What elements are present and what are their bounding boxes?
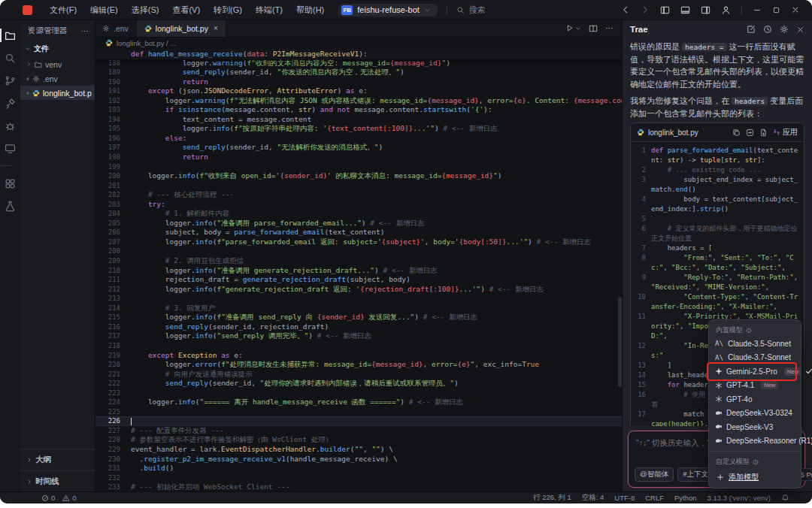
status-item[interactable]: CRLF — [645, 494, 664, 502]
errors-status[interactable]: 0 — [41, 494, 55, 502]
activity-source-control-icon[interactable] — [0, 69, 20, 92]
code-line-204[interactable]: 204 # 1. 解析邮件内容 — [95, 209, 623, 219]
copy-icon[interactable] — [732, 129, 741, 137]
code-line-205[interactable]: 205 logger.info("准备调用 parse_forwarded_em… — [95, 219, 623, 228]
code-line-233[interactable]: 233# --- 初始化并启动 WebSocket Client --- — [95, 482, 623, 492]
toggle-left-panel-icon[interactable] — [660, 5, 670, 15]
model-option-DeepSeek-V3[interactable]: DeepSeek-V3 — [709, 420, 801, 434]
menu-文件(F)[interactable]: 文件(F) — [43, 5, 83, 16]
minimize-button[interactable] — [753, 5, 762, 14]
menu-帮助(H)[interactable]: 帮助(H) — [289, 5, 331, 16]
code-line-202[interactable]: 202 # --- 核心处理流程 --- — [95, 190, 623, 200]
tab-longlink_bot.py[interactable]: longlink_bot.py× — [137, 20, 226, 37]
code-line-197[interactable]: 197 send_reply(sender_id, "无法解析你发送的消息格式。… — [95, 143, 623, 153]
code-line-190[interactable]: 190 return — [95, 77, 623, 87]
code-line-201[interactable]: 201 — [95, 181, 623, 191]
model-option-GPT-4.1[interactable]: GPT-4.1New — [709, 379, 801, 393]
code-line-195[interactable]: 195 logger.info(f"按原始字符串处理内容: '{text_con… — [95, 124, 623, 134]
code-line-210[interactable]: 210 logger.info("准备调用 generate_rejection… — [95, 266, 623, 276]
model-option-Gemini-2.5-Pro[interactable]: Gemini-2.5-ProNew — [709, 364, 801, 379]
code-line-212[interactable]: 212 logger.info(f"generate_rejection_dra… — [95, 285, 623, 295]
code-area[interactable]: def handle_message_receive(data: P2ImMes… — [95, 49, 623, 492]
model-option-GPT-4o[interactable]: GPT-4o — [709, 392, 801, 407]
add-model-button[interactable]: 添加模型 — [709, 468, 801, 484]
model-option-DeepSeek-V3-0324[interactable]: DeepSeek-V3-0324 — [709, 407, 801, 421]
status-item[interactable]: 3.13.3 ('venv': venv) — [707, 494, 771, 502]
settings-gear-icon[interactable] — [780, 25, 789, 34]
menu-转到(G)[interactable]: 转到(G) — [207, 5, 249, 16]
code-line-219[interactable]: 219 except Exception as e: — [95, 351, 623, 361]
outline-section[interactable]: 大纲 — [20, 449, 95, 470]
code-line-230[interactable]: 230 .register_p2_im_message_receive_v1(h… — [95, 455, 623, 464]
model-option-Claude-3.5-Sonnet[interactable]: A\Claude-3.5-Sonnet — [709, 337, 801, 351]
code-line-203[interactable]: 203 try: — [95, 200, 623, 210]
nav-forward-icon[interactable] — [641, 5, 650, 14]
model-option-DeepSeek-Reasoner (R1)[interactable]: DeepSeek-Reasoner (R1) — [709, 434, 801, 449]
file-item-venv[interactable]: venv — [20, 57, 95, 71]
split-editor-icon[interactable] — [589, 24, 598, 33]
code-line-226[interactable]: 226 — [95, 416, 623, 426]
explorer-more-icon[interactable] — [80, 27, 89, 35]
status-item[interactable]: 行 226, 列 1 — [533, 493, 571, 503]
account-icon[interactable] — [721, 5, 731, 15]
global-search[interactable]: 搜索 — [456, 5, 486, 16]
activity-test-icon[interactable] — [0, 195, 20, 217]
activity-remote-icon[interactable] — [0, 92, 20, 114]
tab-.env[interactable]: .env — [95, 20, 137, 37]
apply-button[interactable]: 应用 — [773, 127, 798, 138]
code-line-215[interactable]: 215 logger.info(f"准备调用 send_reply 向 {sen… — [95, 313, 623, 322]
code-line-214[interactable]: 214 # 3. 回复用户 — [95, 304, 623, 313]
close-tab-icon[interactable]: × — [214, 24, 218, 32]
editor-more-icon[interactable] — [605, 24, 614, 32]
new-chat-icon[interactable] — [747, 25, 756, 34]
menu-编辑(E)[interactable]: 编辑(E) — [83, 5, 125, 16]
new-file-icon[interactable] — [759, 129, 768, 137]
code-line-192[interactable]: 192 logger.warning(f"无法解析消息内容 JSON 或内容格式… — [95, 96, 623, 106]
code-line-220[interactable]: 220 logger.error(f"处理消息时发生未捕获异常: message… — [95, 360, 623, 370]
status-item[interactable]: Python — [674, 494, 697, 502]
maximize-button[interactable] — [772, 6, 780, 14]
history-icon[interactable] — [763, 25, 772, 34]
bell-icon[interactable] — [781, 494, 789, 502]
breadcrumb[interactable]: longlink_bot.py / ... — [95, 37, 623, 49]
code-line-196[interactable]: 196 else: — [95, 134, 623, 144]
activity-debug-icon[interactable] — [0, 114, 20, 137]
file-item-.env[interactable]: .env — [20, 71, 95, 86]
code-line-199[interactable]: 199 — [95, 162, 623, 172]
code-line-228[interactable]: 228# 参数留空表示不进行事件验签和解密（由 WsClient 处理） — [95, 435, 623, 445]
insert-code-icon[interactable] — [746, 129, 754, 137]
code-line-194[interactable]: 194 text_content = message.content — [95, 115, 623, 125]
toggle-right-panel-icon[interactable] — [701, 5, 710, 15]
menu-终端(T)[interactable]: 终端(T) — [249, 5, 289, 16]
code-line-216[interactable]: 216 send_reply(sender_id, rejection_draf… — [95, 322, 623, 332]
code-line-221[interactable]: 221 # 向用户发送通用错误提示 — [95, 370, 623, 379]
code-line-209[interactable]: 209 # 2. 调用豆包生成拒信 — [95, 256, 623, 266]
files-section-header[interactable]: 文件 — [20, 41, 95, 57]
code-line-206[interactable]: 206 subject, body = parse_forwarded_emai… — [95, 228, 623, 237]
code-line-224[interactable]: 224 logger.info("====== 离开 handle_messag… — [95, 398, 623, 407]
status-item[interactable]: 空格: 4 — [582, 493, 604, 503]
code-line-213[interactable]: 213 — [95, 294, 623, 304]
code-line-225[interactable]: 225 — [95, 407, 623, 417]
activity-search-icon[interactable] — [0, 47, 20, 69]
file-item-longlink_bot.py[interactable]: longlink_bot.py — [20, 86, 95, 100]
code-line-232[interactable]: 232 — [95, 473, 623, 483]
code-line-198[interactable]: 198 return — [95, 153, 623, 162]
code-line-217[interactable]: 217 logger.info("send_reply 调用完毕。") # <-… — [95, 331, 623, 341]
code-line-227[interactable]: 227# --- 配置事件分发器 --- — [95, 426, 623, 436]
activity-explorer-icon[interactable] — [0, 24, 20, 47]
code-line-193[interactable]: 193 if isinstance(message.content, str) … — [95, 105, 623, 115]
code-line-218[interactable]: 218 — [95, 341, 623, 351]
code-line-229[interactable]: 229event_handler = lark.EventDispatcherH… — [95, 445, 623, 455]
code-line-223[interactable]: 223 — [95, 389, 623, 398]
code-line-188[interactable]: 188 logger.warning(f"收到的文本消息内容为空: messag… — [95, 59, 623, 68]
menu-查看(V)[interactable]: 查看(V) — [165, 5, 207, 16]
run-options-chevron-icon[interactable] — [575, 26, 581, 32]
code-line-207[interactable]: 207 logger.info(f"parse_forwarded_email … — [95, 237, 623, 247]
model-option-Claude-3.7-Sonnet[interactable]: A\Claude-3.7-Sonnet — [709, 351, 801, 365]
activity-preview-icon[interactable] — [0, 137, 20, 159]
close-panel-icon[interactable] — [796, 26, 804, 34]
close-window-button[interactable] — [791, 5, 800, 14]
code-line-200[interactable]: 200 logger.info(f"收到来自 open_id='{sender_… — [95, 171, 623, 181]
nav-back-icon[interactable] — [621, 5, 630, 14]
